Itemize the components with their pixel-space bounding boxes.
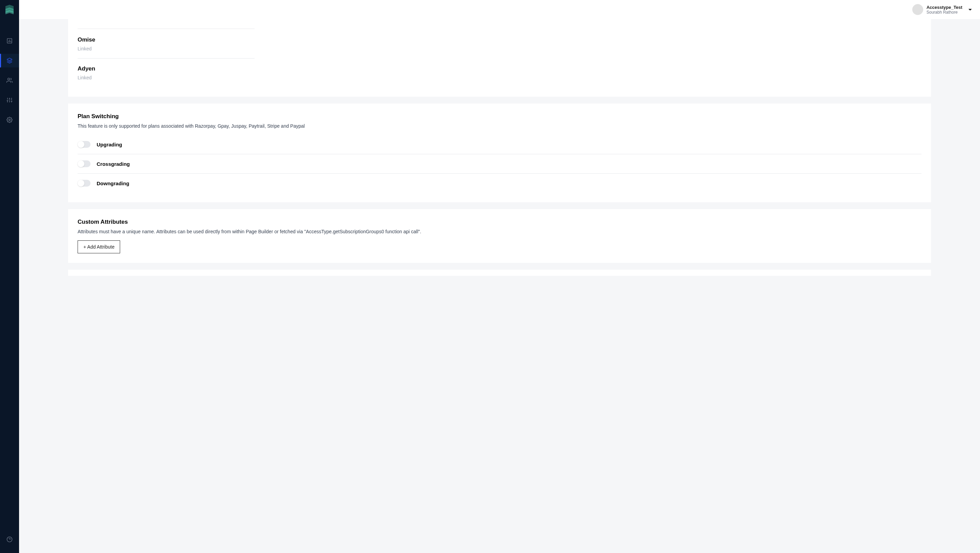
- nav-analytics[interactable]: [0, 34, 19, 48]
- divider: [78, 29, 255, 29]
- nav-users[interactable]: [0, 73, 19, 87]
- svg-point-5: [8, 78, 10, 80]
- sliders-icon: [6, 97, 13, 103]
- svg-marker-4: [7, 58, 12, 61]
- nav-layers[interactable]: [0, 54, 19, 67]
- nav-settings[interactable]: [0, 113, 19, 127]
- user-subtitle: Sourabh Rathore: [927, 10, 962, 14]
- toggle-row-downgrading: Downgrading: [78, 174, 921, 193]
- toggle-crossgrading[interactable]: [78, 160, 91, 167]
- payment-card: Omise Linked Adyen Linked: [68, 19, 931, 97]
- toggle-label: Crossgrading: [97, 161, 130, 167]
- payment-status: Linked: [78, 75, 921, 80]
- user-info: Accesstype_Test Sourabh Rathore: [927, 5, 962, 14]
- nav-sliders[interactable]: [0, 93, 19, 107]
- toggle-downgrading[interactable]: [78, 180, 91, 186]
- toggle-label: Downgrading: [97, 180, 129, 186]
- user-name: Accesstype_Test: [927, 5, 962, 10]
- svg-point-15: [9, 119, 11, 121]
- layers-icon: [6, 57, 13, 64]
- svg-rect-0: [7, 38, 12, 43]
- payment-title: Omise: [78, 37, 921, 43]
- next-card-placeholder: [68, 270, 931, 276]
- users-icon: [6, 77, 13, 83]
- app-logo-icon: [4, 4, 15, 15]
- add-attribute-button[interactable]: + Add Attribute: [78, 241, 120, 253]
- nav-items: [0, 34, 19, 133]
- gear-icon: [6, 117, 13, 123]
- toggle-knob: [78, 141, 84, 148]
- section-title: Custom Attributes: [78, 218, 921, 225]
- payment-item-omise: Omise Linked: [78, 30, 921, 58]
- section-description: This feature is only supported for plans…: [78, 123, 921, 129]
- user-menu[interactable]: Accesstype_Test Sourabh Rathore: [912, 4, 972, 15]
- chevron-down-icon: [969, 9, 972, 11]
- plan-switching-card: Plan Switching This feature is only supp…: [68, 104, 931, 202]
- payment-status: Linked: [78, 46, 921, 51]
- section-description: Attributes must have a unique name. Attr…: [78, 229, 921, 234]
- custom-attributes-card: Custom Attributes Attributes must have a…: [68, 209, 931, 263]
- toggle-upgrading[interactable]: [78, 141, 91, 148]
- header: Accesstype_Test Sourabh Rathore: [19, 0, 980, 19]
- chart-icon: [6, 38, 13, 44]
- section-title: Plan Switching: [78, 113, 921, 120]
- payment-item-adyen: Adyen Linked: [78, 59, 921, 87]
- toggle-knob: [78, 180, 84, 186]
- payment-title: Adyen: [78, 65, 921, 72]
- toggle-knob: [78, 160, 84, 167]
- logo-container: [0, 0, 19, 19]
- toggle-label: Upgrading: [97, 142, 122, 147]
- toggle-row-upgrading: Upgrading: [78, 135, 921, 154]
- toggle-row-crossgrading: Crossgrading: [78, 154, 921, 173]
- avatar: [912, 4, 923, 15]
- sidebar: [0, 0, 19, 289]
- main-content: Omise Linked Adyen Linked Plan Switching…: [19, 19, 980, 289]
